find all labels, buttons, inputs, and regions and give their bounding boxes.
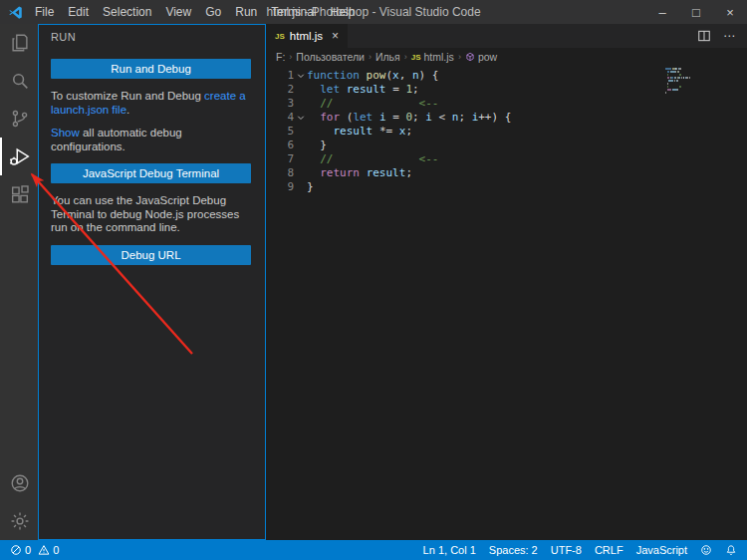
code-token (392, 125, 399, 138)
status-bar-right: Ln 1, Col 1 Spaces: 2 UTF-8 CRLF JavaScr… (423, 544, 737, 556)
minimize-button[interactable]: – (645, 0, 679, 24)
breadcrumb-drive[interactable]: F: (276, 51, 285, 63)
account-icon[interactable] (0, 464, 38, 502)
line-number: 9 (266, 180, 294, 194)
code-line[interactable]: 8 return result; (266, 166, 747, 180)
sidebar-body: Run and Debug To customize Run and Debug… (39, 49, 265, 276)
code-token: } (307, 180, 314, 193)
code-token (405, 69, 412, 82)
tab-close-icon[interactable]: × (332, 29, 339, 43)
fold-spacer (294, 125, 307, 139)
source-control-icon[interactable] (0, 100, 38, 138)
sidebar-title: RUN (39, 25, 265, 49)
fold-chevron-icon[interactable] (294, 111, 307, 125)
code-line[interactable]: 6 } (266, 139, 747, 152)
code-line[interactable]: 3 // <-- (266, 97, 747, 111)
code-text: } (307, 139, 327, 152)
explorer-icon[interactable] (0, 24, 38, 62)
code-token: x (392, 69, 399, 82)
code-line[interactable]: 9} (266, 180, 747, 194)
language-mode[interactable]: JavaScript (636, 544, 687, 556)
search-icon[interactable] (0, 62, 38, 100)
code-token: // (320, 97, 333, 110)
show-configurations-text: Show all automatic debug configurations. (51, 127, 251, 153)
fold-spacer (294, 152, 307, 166)
menu-go[interactable]: Go (198, 5, 228, 19)
menu-edit[interactable]: Edit (61, 5, 96, 19)
run-and-debug-button[interactable]: Run and Debug (51, 59, 251, 79)
code-token: return (320, 166, 360, 179)
customize-text-suffix: . (126, 104, 129, 116)
problems-status[interactable]: 0 0 (10, 544, 59, 556)
breadcrumb-file[interactable]: JShtml.js (411, 51, 454, 63)
close-button[interactable]: × (713, 0, 747, 24)
code-token: i (379, 111, 386, 124)
code-token (307, 111, 320, 124)
breadcrumb-ilya[interactable]: Илья (375, 51, 400, 63)
js-debug-terminal-button[interactable]: JavaScript Debug Terminal (51, 163, 251, 183)
menu-help[interactable]: Help (324, 5, 363, 19)
code-token: 1 (405, 83, 412, 96)
notifications-bell-icon[interactable] (725, 544, 737, 556)
code-text: for (let i = 0; i < n; i++) { (307, 111, 511, 125)
code-text: // <-- (307, 152, 438, 166)
encoding-status[interactable]: UTF-8 (551, 544, 582, 556)
code-token: } (320, 139, 327, 151)
code-text: } (307, 180, 314, 194)
more-actions-icon[interactable]: ⋯ (723, 29, 735, 43)
menu-run[interactable]: Run (228, 5, 264, 19)
extensions-icon[interactable] (0, 175, 38, 213)
code-token: ++ (478, 111, 491, 124)
breadcrumb-symbol-pow[interactable]: pow (465, 51, 497, 63)
code-token: // (320, 152, 333, 165)
code-token: ; (412, 111, 419, 124)
menu-terminal[interactable]: Terminal (264, 5, 323, 19)
chevron-right-icon: › (369, 52, 372, 62)
menu-selection[interactable]: Selection (96, 5, 158, 19)
code-token: result (334, 125, 374, 138)
customize-text: To customize Run and Debug create a laun… (51, 90, 251, 117)
code-token: for (320, 111, 340, 124)
code-token: i (425, 111, 432, 124)
code-token: = (392, 111, 399, 124)
debug-url-button[interactable]: Debug URL (51, 245, 251, 265)
code-token: *= (379, 125, 392, 138)
status-bar: 0 0 Ln 1, Col 1 Spaces: 2 UTF-8 CRLF Jav… (0, 540, 747, 560)
line-number: 7 (266, 152, 294, 166)
code-token: <-- (419, 97, 439, 110)
code-token (425, 69, 432, 82)
line-number: 5 (266, 125, 294, 139)
run-and-debug-icon[interactable] (0, 138, 38, 175)
fold-chevron-icon[interactable] (294, 69, 307, 83)
cursor-position[interactable]: Ln 1, Col 1 (423, 544, 476, 556)
code-token: { (505, 111, 512, 124)
fold-spacer (294, 166, 307, 180)
code-line[interactable]: 7 // <-- (266, 152, 747, 166)
activity-bar (0, 24, 38, 540)
feedback-smiley-icon[interactable] (700, 544, 712, 556)
title-bar: File Edit Selection View Go Run Terminal… (0, 0, 747, 24)
code-token: ; (405, 125, 412, 138)
split-editor-icon[interactable] (697, 29, 711, 43)
maximize-button[interactable]: □ (679, 0, 713, 24)
code-token (373, 111, 379, 124)
menu-file[interactable]: File (28, 5, 61, 19)
minimap-line (665, 92, 709, 95)
indentation-status[interactable]: Spaces: 2 (489, 544, 538, 556)
breadcrumb-users[interactable]: Пользователи (296, 51, 365, 63)
code-token (307, 152, 320, 165)
code-editor[interactable]: 1function pow(x, n) {2 let result = 1;3 … (266, 66, 747, 540)
chevron-right-icon: › (289, 52, 292, 62)
code-line[interactable]: 4 for (let i = 0; i < n; i++) { (266, 111, 747, 125)
show-configurations-link[interactable]: Show (51, 127, 80, 139)
chevron-right-icon: › (458, 52, 461, 62)
menu-view[interactable]: View (158, 5, 198, 19)
code-token: n (412, 69, 419, 82)
code-token: function (307, 69, 360, 82)
settings-gear-icon[interactable] (0, 502, 38, 540)
eol-status[interactable]: CRLF (595, 544, 623, 556)
fold-spacer (294, 139, 307, 152)
code-line[interactable]: 5 result *= x; (266, 125, 747, 139)
tab-htmljs[interactable]: JS html.js × (266, 24, 348, 48)
minimap[interactable] (665, 68, 709, 95)
